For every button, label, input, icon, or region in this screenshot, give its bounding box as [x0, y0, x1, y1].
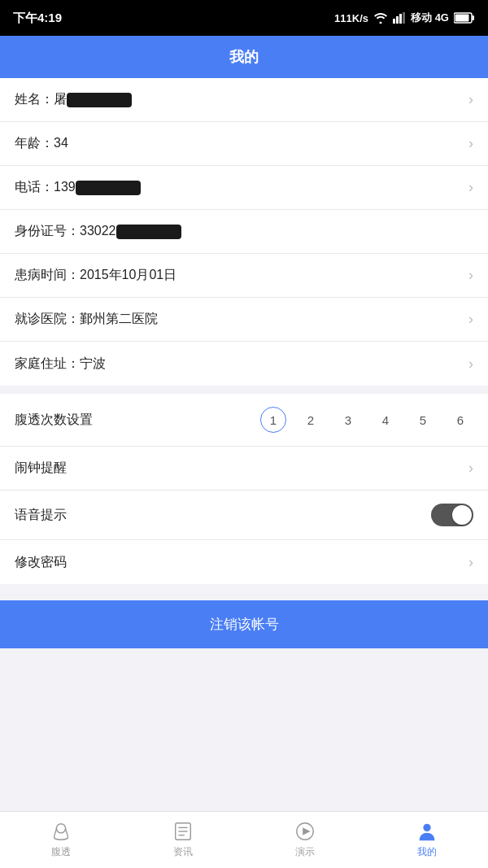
count-option-3[interactable]: 3	[335, 407, 361, 433]
page-title: 我的	[229, 49, 259, 65]
illness-label: 患病时间：2015年10月01日	[15, 267, 176, 284]
address-row[interactable]: 家庭住址：宁波 ›	[0, 342, 488, 386]
svg-marker-13	[303, 827, 310, 835]
tab-wode[interactable]: 我的	[366, 812, 488, 868]
name-chevron: ›	[468, 91, 473, 108]
phone-chevron: ›	[468, 179, 473, 196]
futu-icon	[50, 821, 72, 842]
age-row[interactable]: 年龄：34 ›	[0, 122, 488, 166]
svg-point-7	[56, 824, 65, 833]
id-row[interactable]: 身份证号：33022	[0, 210, 488, 254]
address-label: 家庭住址：宁波	[15, 355, 106, 373]
signal-icon	[393, 12, 406, 24]
logout-button[interactable]: 注销该帐号	[0, 600, 488, 648]
status-time: 下午4:19	[13, 11, 62, 26]
svg-rect-1	[396, 16, 399, 24]
name-blurred	[67, 93, 132, 107]
tab-zixun-label: 资讯	[173, 845, 193, 859]
zixun-icon	[172, 821, 194, 842]
network-speed: 111K/s	[334, 12, 368, 24]
svg-rect-3	[403, 12, 405, 24]
phone-blurred	[76, 181, 141, 195]
settings-section: 腹透次数设置 1 2 3 4 5 6 闹钟提醒 › 语音提示 修改密码 ›	[0, 394, 488, 584]
svg-rect-5	[473, 15, 475, 20]
tab-futu-label: 腹透	[51, 845, 71, 859]
count-option-2[interactable]: 2	[298, 407, 324, 433]
alarm-label: 闹钟提醒	[15, 460, 67, 477]
status-bar: 下午4:19 111K/s 移动 4G	[0, 0, 488, 36]
address-chevron: ›	[468, 355, 473, 373]
page-header: 我的	[0, 36, 488, 78]
content-area: 姓名：屠 › 年龄：34 › 电话：139 › 身份证号：33022 患病时间：…	[0, 78, 488, 811]
count-option-5[interactable]: 5	[410, 407, 436, 433]
battery-icon	[454, 12, 475, 24]
peritoneal-count-row: 腹透次数设置 1 2 3 4 5 6	[0, 394, 488, 447]
status-right: 111K/s 移动 4G	[334, 11, 475, 25]
name-row[interactable]: 姓名：屠 ›	[0, 78, 488, 122]
phone-label: 电话：139	[15, 179, 141, 196]
name-label: 姓名：屠	[15, 91, 132, 108]
profile-section: 姓名：屠 › 年龄：34 › 电话：139 › 身份证号：33022 患病时间：…	[0, 78, 488, 386]
carrier-label: 移动 4G	[411, 11, 449, 25]
phone-row[interactable]: 电话：139 ›	[0, 166, 488, 210]
voice-toggle[interactable]	[431, 504, 473, 526]
yanshi-icon	[294, 821, 316, 842]
hospital-row[interactable]: 就诊医院：鄞州第二医院 ›	[0, 298, 488, 342]
tab-zixun[interactable]: 资讯	[122, 812, 244, 868]
id-label: 身份证号：33022	[15, 223, 181, 240]
svg-point-14	[423, 824, 430, 831]
tab-yanshi[interactable]: 演示	[244, 812, 366, 868]
svg-rect-6	[455, 15, 469, 22]
illness-row[interactable]: 患病时间：2015年10月01日 ›	[0, 254, 488, 298]
password-chevron: ›	[468, 554, 473, 571]
tab-bar: 腹透 资讯 演示 我的	[0, 811, 488, 868]
hospital-label: 就诊医院：鄞州第二医院	[15, 311, 158, 328]
svg-rect-2	[399, 14, 402, 24]
count-option-6[interactable]: 6	[447, 407, 473, 433]
tab-futu[interactable]: 腹透	[0, 812, 122, 868]
svg-rect-0	[393, 19, 395, 24]
voice-row: 语音提示	[0, 491, 488, 540]
age-chevron: ›	[468, 135, 473, 152]
count-option-1[interactable]: 1	[260, 407, 286, 433]
peritoneal-label: 腹透次数设置	[15, 412, 93, 429]
wode-icon	[416, 821, 438, 842]
hospital-chevron: ›	[468, 311, 473, 328]
alarm-chevron: ›	[468, 460, 473, 477]
tab-yanshi-label: 演示	[295, 845, 315, 859]
id-blurred	[116, 225, 181, 239]
age-label: 年龄：34	[15, 135, 68, 152]
alarm-row[interactable]: 闹钟提醒 ›	[0, 447, 488, 491]
toggle-knob	[452, 505, 472, 525]
illness-chevron: ›	[468, 267, 473, 284]
password-row[interactable]: 修改密码 ›	[0, 540, 488, 584]
tab-wode-label: 我的	[417, 845, 437, 859]
count-options: 1 2 3 4 5 6	[260, 407, 473, 433]
wifi-icon	[373, 12, 388, 24]
voice-label: 语音提示	[15, 507, 67, 524]
count-option-4[interactable]: 4	[373, 407, 399, 433]
password-label: 修改密码	[15, 554, 67, 571]
